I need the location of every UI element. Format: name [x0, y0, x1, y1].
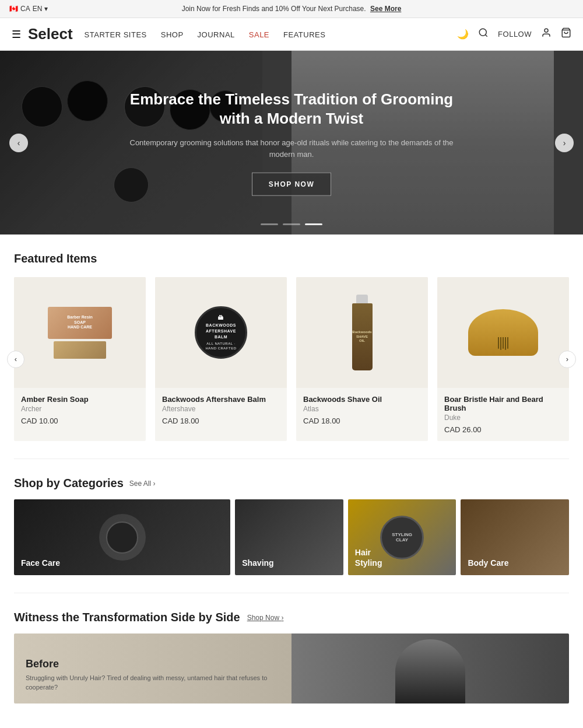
svg-point-2 — [545, 29, 548, 32]
product-brand-oil: Atlas — [303, 405, 421, 413]
hero-subtitle: Contemporary grooming solutions that hon… — [117, 137, 466, 160]
product-name-soap: Amber Resin Soap — [21, 395, 139, 404]
product-brand-brush: Duke — [444, 414, 562, 422]
category-face-care[interactable]: Face Care — [14, 499, 230, 575]
locale-selector[interactable]: 🇨🇦 CA EN ▾ — [9, 5, 48, 13]
hero-prev-arrow[interactable]: ‹ — [9, 134, 28, 152]
navbar: ☰ Select STARTER SITES SHOP JOURNAL SALE… — [0, 18, 583, 51]
navbar-left: ☰ Select — [12, 25, 85, 43]
search-icon[interactable] — [478, 27, 489, 41]
featured-title: Featured Items — [14, 252, 569, 265]
product-info-soap: Amber Resin Soap Archer CAD 10.00 — [14, 388, 146, 432]
cart-icon[interactable] — [561, 27, 571, 41]
product-card-soap[interactable]: Barber ResinSOAPHAND CARE Amber Resin So… — [14, 277, 146, 441]
witness-shop-now-link[interactable]: Shop Now › — [247, 614, 284, 622]
category-body-care[interactable]: Body Care — [461, 499, 569, 575]
site-logo[interactable]: Select — [28, 25, 73, 43]
before-text: Struggling with Unruly Hair? Tired of de… — [26, 674, 280, 692]
product-name-oil: Backwoods Shave Oil — [303, 395, 421, 404]
featured-next-arrow[interactable]: › — [559, 351, 576, 368]
see-all-link[interactable]: See All › — [129, 480, 156, 488]
hero-title: Embrace the Timeless Tradition of Groomi… — [117, 89, 466, 129]
before-panel: Before Struggling with Unruly Hair? Tire… — [14, 634, 292, 704]
product-img-balm: 🏔 BACKWOODSAFTERSHAVEBALM ALL NATURAL · … — [155, 277, 287, 388]
product-name-balm: Backwoods Aftershave Balm — [162, 395, 280, 404]
svg-point-0 — [479, 29, 486, 36]
country-code[interactable]: CA — [20, 5, 30, 13]
hero-dot-1[interactable] — [261, 223, 278, 225]
top-banner: 🇨🇦 CA EN ▾ Join Now for Fresh Finds and … — [0, 0, 583, 18]
product-brand-soap: Archer — [21, 405, 139, 413]
before-label: Before — [26, 658, 280, 670]
chevron-down-icon: ▾ — [44, 5, 48, 13]
product-card-balm[interactable]: 🏔 BACKWOODSAFTERSHAVEBALM ALL NATURAL · … — [155, 277, 287, 441]
hero-dot-3[interactable] — [305, 223, 322, 225]
category-shaving[interactable]: Shaving — [235, 499, 343, 575]
witness-header: Witness the Transformation Side by Side … — [14, 611, 569, 624]
banner-cta[interactable]: See More — [370, 5, 401, 13]
product-price-balm: CAD 18.00 — [162, 416, 280, 425]
witness-section: Witness the Transformation Side by Side … — [0, 593, 583, 721]
nav-links: STARTER SITES SHOP JOURNAL SALE FEATURES — [85, 29, 326, 40]
product-price-soap: CAD 10.00 — [21, 416, 139, 425]
category-label-face: Face Care — [21, 558, 60, 568]
hero-next-arrow[interactable]: › — [555, 134, 574, 152]
categories-header: Shop by Categories See All › — [14, 477, 569, 490]
before-after-container: Before Struggling with Unruly Hair? Tire… — [14, 634, 569, 704]
language-selector[interactable]: EN ▾ — [33, 5, 48, 13]
product-name-brush: Boar Bristle Hair and Beard Brush — [444, 395, 562, 412]
featured-prev-arrow[interactable]: ‹ — [7, 351, 24, 368]
hamburger-icon[interactable]: ☰ — [12, 28, 21, 41]
categories-grid: Face Care Shaving STYLINGCLAY HairStylin… — [14, 499, 569, 575]
nav-journal[interactable]: JOURNAL — [198, 30, 235, 39]
chevron-right-icon: › — [281, 614, 283, 622]
witness-title: Witness the Transformation Side by Side — [14, 611, 240, 624]
nav-sale[interactable]: SALE — [249, 30, 269, 39]
svg-line-1 — [486, 34, 487, 36]
product-info-balm: Backwoods Aftershave Balm Aftershave CAD… — [155, 388, 287, 432]
product-card-oil[interactable]: BackwoodsSHAVEOIL Backwoods Shave Oil At… — [296, 277, 428, 441]
nav-features[interactable]: FEATURES — [283, 30, 325, 39]
after-panel — [292, 634, 569, 704]
category-hair-styling[interactable]: STYLINGCLAY HairStyling — [348, 499, 456, 575]
product-info-oil: Backwoods Shave Oil Atlas CAD 18.00 — [296, 388, 428, 432]
balm-visual: 🏔 BACKWOODSAFTERSHAVEBALM ALL NATURAL · … — [195, 306, 247, 359]
hero-dots — [261, 223, 322, 225]
hero-shop-now-button[interactable]: SHOP NOW — [252, 173, 331, 196]
account-icon[interactable] — [541, 27, 552, 41]
banner-message: Join Now for Fresh Finds and 10% Off You… — [182, 5, 366, 13]
hero-section: Embrace the Timeless Tradition of Groomi… — [0, 51, 583, 235]
featured-section: Featured Items ‹ Barber ResinSOAPHAND CA… — [0, 235, 583, 459]
categories-title: Shop by Categories — [14, 477, 124, 490]
hero-dot-2[interactable] — [283, 223, 300, 225]
product-brand-balm: Aftershave — [162, 405, 280, 413]
flag-icon: 🇨🇦 — [9, 5, 18, 13]
navbar-right: 🌙 FOLLOW — [457, 27, 571, 41]
follow-button[interactable]: FOLLOW — [498, 30, 532, 38]
product-price-brush: CAD 26.00 — [444, 425, 562, 434]
category-label-shaving: Shaving — [242, 558, 273, 568]
nav-starter-sites[interactable]: STARTER SITES — [85, 30, 147, 39]
dark-mode-icon[interactable]: 🌙 — [457, 29, 469, 40]
product-card-brush[interactable]: Boar Bristle Hair and Beard Brush Duke C… — [437, 277, 569, 441]
chevron-right-icon: › — [153, 480, 156, 488]
hero-content: Embrace the Timeless Tradition of Groomi… — [117, 89, 466, 196]
categories-section: Shop by Categories See All › Face Care S… — [0, 459, 583, 593]
product-price-oil: CAD 18.00 — [303, 416, 421, 425]
category-label-body: Body Care — [468, 558, 508, 568]
featured-grid: ‹ Barber ResinSOAPHAND CARE Amber Resin … — [14, 277, 569, 441]
product-img-brush — [437, 277, 569, 388]
product-info-brush: Boar Bristle Hair and Beard Brush Duke C… — [437, 388, 569, 441]
product-img-soap: Barber ResinSOAPHAND CARE — [14, 277, 146, 388]
nav-shop[interactable]: SHOP — [161, 30, 184, 39]
product-img-oil: BackwoodsSHAVEOIL — [296, 277, 428, 388]
category-label-hair: HairStyling — [355, 547, 382, 568]
